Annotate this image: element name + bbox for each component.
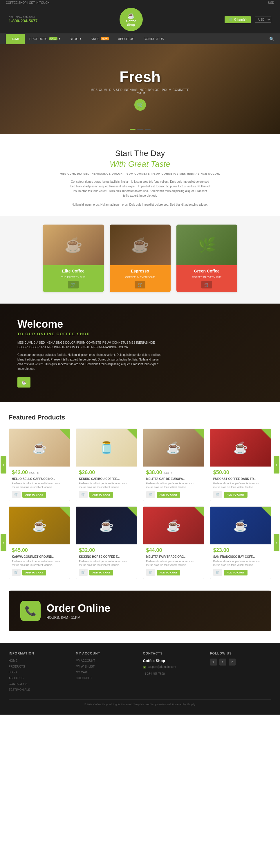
product-cart-icon-btn[interactable]: 🛒 (213, 491, 222, 498)
nav-products[interactable]: PRODUCTS SALE ▾ (25, 33, 65, 44)
footer-link-products[interactable]: PRODUCTS (9, 664, 70, 669)
product-desc: Perferendis odiunt perferendis lorem arc… (79, 559, 134, 567)
product-desc: Perferendis odiunt perferendis lorem arc… (12, 482, 67, 489)
product-desc: Perferendis odiunt perferendis lorem arc… (146, 482, 201, 489)
featured-heading: Featured Products (9, 414, 271, 421)
products-next-btn-2[interactable]: › (274, 534, 279, 551)
hero-cart-button[interactable]: 🛒 (134, 99, 146, 111)
product-name: HELLO BELLO CAPPUCCINO... (12, 477, 67, 480)
footer-link-about[interactable]: ABOUT US (9, 676, 70, 681)
product-cart-icon-btn[interactable]: 🛒 (213, 569, 222, 576)
espresso-footer: Espresso COFFEE IN EVERY CUP 🛒 (110, 265, 171, 292)
welcome-desc1: MES CUML DIA SED INENIASINGE DOLOR IPSUM… (18, 340, 163, 350)
nav-blog[interactable]: BLOG ▾ (65, 33, 86, 44)
products-prev-btn[interactable]: ‹ (1, 456, 6, 473)
currency-select[interactable]: USD (255, 17, 271, 23)
price-main: $32.00 (79, 547, 95, 553)
espresso-sub: COFFEE IN EVERY CUP (125, 276, 155, 279)
footer-copyright: © 2014 Coffee Shop. All Rights Reserved.… (84, 703, 196, 706)
green-coffee-cart-btn[interactable]: 🛒 (201, 281, 212, 288)
hero-dot-1[interactable] (130, 129, 136, 130)
product-info: $26.00 KEURIG CARIBOU COFFEE... Perferen… (76, 467, 137, 501)
add-to-cart-btn[interactable]: ADD TO CART (90, 570, 113, 576)
products-arrow: ▾ (59, 37, 60, 41)
footer-follow: FOLLOW US 𝕏 f in (210, 652, 271, 693)
product-cart-icon-btn[interactable]: 🛒 (79, 569, 88, 576)
product-cart-icon-btn[interactable]: 🛒 (146, 569, 155, 576)
product-name: KEURIG CARIBOU COFFEE... (79, 477, 134, 480)
intro-desc: Conseteur dunes purus luctus facilisis. … (71, 180, 210, 198)
add-to-cart-btn[interactable]: ADD TO CART (157, 570, 180, 576)
product-icon: ☕ (233, 519, 248, 532)
hero-dot-2[interactable] (137, 129, 143, 130)
add-to-cart-btn[interactable]: ADD TO CART (224, 570, 247, 576)
green-coffee-sub: COFFEE IN EVERY CUP (192, 276, 221, 279)
facebook-icon[interactable]: f (219, 658, 226, 665)
espresso-cart-btn[interactable]: 🛒 (135, 281, 145, 288)
product-cart-icon-btn[interactable]: 🛒 (12, 569, 21, 576)
footer-phone[interactable]: +1 234 456 7890 (143, 672, 204, 676)
nav-sale[interactable]: SALE NEW (86, 34, 113, 44)
products-strip: ☕ Elite Coffee THE IN EVERY CUP 🛒 ☕ Espr… (0, 216, 280, 304)
product-item: ☕ $38.00 $44.00 MELITTA CAF DE EUROPA...… (143, 429, 204, 501)
footer-link-home[interactable]: HOME (9, 658, 70, 663)
nav-contact[interactable]: CONTACT US (139, 34, 169, 44)
footer-link-testimonials[interactable]: TESTIMONIALS (9, 688, 70, 692)
product-card-green: 🌿 Green Coffee COFFEE IN EVERY CUP 🛒 (176, 224, 237, 292)
product-item: ☕ $23.00 SAN FRANCISCO BAY COFF... Perfe… (210, 506, 271, 579)
add-to-cart-btn[interactable]: ADD TO CART (224, 492, 247, 498)
price-main: $45.00 (12, 547, 28, 553)
order-phone-icon: 📞 (25, 606, 36, 616)
product-desc: Perferendis odiunt perferendis lorem arc… (146, 559, 201, 567)
order-subtext: HOURS: 8AM - 11PM (46, 616, 110, 620)
footer-link-contact[interactable]: CONTACT US (9, 682, 70, 686)
add-to-cart-btn[interactable]: ADD TO CART (157, 492, 180, 498)
product-actions: 🛒 ADD TO CART (79, 491, 134, 498)
add-to-cart-btn[interactable]: ADD TO CART (90, 492, 113, 498)
product-actions: 🛒 ADD TO CART (146, 491, 201, 498)
product-badge (60, 507, 70, 517)
welcome-cta-btn[interactable]: ☕ (18, 377, 31, 388)
footer-account-heading: MY ACCOUNT (76, 652, 137, 655)
elite-coffee-cart-btn[interactable]: 🛒 (68, 281, 79, 288)
product-icon: ☕ (166, 441, 181, 455)
footer-link-wishlist[interactable]: MY WISHLIST (76, 664, 137, 669)
products-badge: SALE (49, 37, 58, 40)
logo[interactable]: ☕ CoffeeShop (119, 8, 143, 31)
product-desc: Perferendis odiunt perferendis lorem arc… (12, 559, 67, 567)
footer-link-cart[interactable]: MY CART (76, 670, 137, 675)
product-card-elite: ☕ Elite Coffee THE IN EVERY CUP 🛒 (43, 224, 104, 292)
phone-number: 1-800-234-5677 (9, 19, 38, 23)
product-name: SAN FRANCISCO BAY COFF... (213, 555, 268, 558)
footer-link-my-account[interactable]: MY ACCOUNT (76, 658, 137, 663)
product-item: ☕ $42.00 $54.00 HELLO BELLO CAPPUCCINO..… (9, 429, 70, 501)
footer-link-checkout[interactable]: CHECKOUT (76, 676, 137, 681)
products-next-btn[interactable]: › (274, 456, 279, 473)
nav-home[interactable]: HOME (6, 34, 25, 44)
welcome-desc2: Conseteur dunes purus luctus facilisis. … (18, 353, 163, 371)
products-row2-wrap: ‹ ☕ $45.00 KAHWA GOURMET GROUND... Perfe… (9, 506, 271, 579)
header-right: 🛒 0 item(s) USD (224, 16, 271, 23)
nav-search-icon[interactable]: 🔍 (269, 37, 274, 41)
add-to-cart-btn[interactable]: ADD TO CART (22, 492, 46, 498)
order-icon: 📞 (20, 601, 41, 621)
product-badge (127, 507, 137, 517)
product-price: $32.00 (79, 547, 134, 553)
nav-about[interactable]: ABOUT US (113, 34, 139, 44)
product-name: MELITTA FAIR TRADE ORG... (146, 555, 201, 558)
footer-link-blog[interactable]: BLOG (9, 670, 70, 675)
green-coffee-image: 🌿 (176, 224, 237, 265)
add-to-cart-btn[interactable]: ADD TO CART (22, 570, 46, 576)
cart-button[interactable]: 🛒 0 item(s) (224, 16, 251, 23)
products-row1-wrap: ‹ ☕ $42.00 $54.00 HELLO BELLO CAPPUCCINO… (9, 429, 271, 501)
product-info: $44.00 MELITTA FAIR TRADE ORG... Perfere… (143, 545, 204, 579)
instagram-icon[interactable]: in (229, 658, 236, 665)
hero-dot-3[interactable] (145, 129, 150, 130)
intro-sub: MES CUML DIA SED INENIASINGE DOLOR IPSUM… (6, 172, 274, 175)
products-prev-btn-2[interactable]: ‹ (1, 534, 6, 551)
footer-email[interactable]: support@domain.com (148, 665, 176, 669)
product-cart-icon-btn[interactable]: 🛒 (146, 491, 155, 498)
product-cart-icon-btn[interactable]: 🛒 (12, 491, 21, 498)
twitter-icon[interactable]: 𝕏 (210, 658, 217, 665)
product-cart-icon-btn[interactable]: 🛒 (79, 491, 88, 498)
